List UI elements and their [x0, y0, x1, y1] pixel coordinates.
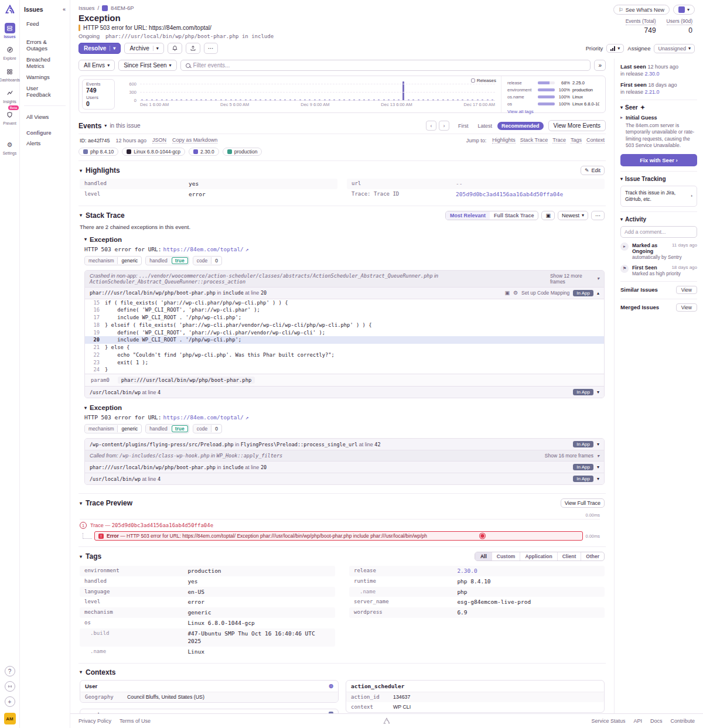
comment-input[interactable] [620, 226, 697, 238]
stack-view-option[interactable]: Full Stack Trace [490, 211, 538, 220]
sidenav-item-all-views[interactable]: All Views [24, 112, 66, 122]
tag-row[interactable]: server_name esg-g84emcom-live-prod [349, 597, 605, 607]
tag-row[interactable]: .name php [349, 587, 605, 597]
trace-root-row[interactable]: 1 Trace — 205d9d0bc3ad4156aa16ab4d50ffa0… [80, 519, 600, 531]
sidenav-view-item[interactable]: Warnings [24, 72, 66, 82]
subscribe-bell-button[interactable] [168, 43, 182, 54]
chevron-down-icon[interactable]: ▾ [80, 669, 82, 675]
graph-stat[interactable]: Users 0 [86, 95, 111, 107]
last-seen-release-link[interactable]: 2.30.0 [645, 71, 660, 77]
exception-url-link[interactable]: https://84em.com/toptal/ [163, 414, 244, 421]
footer-link[interactable]: API [633, 718, 642, 724]
chevron-down-icon[interactable]: ▾ [80, 554, 82, 559]
tag-row[interactable]: mechanism generic [80, 607, 335, 618]
broadcast-button[interactable] [5, 681, 15, 692]
archive-dropdown-icon[interactable]: ▾ [153, 46, 159, 51]
facet-row[interactable]: release 68% 2.25.0 [507, 80, 599, 86]
rail-item-explore[interactable]: Explore [0, 42, 19, 63]
jump-link[interactable]: Highlights [492, 137, 516, 143]
show-more-frames-link[interactable]: Show 16 more frames [545, 453, 593, 459]
chevron-down-icon[interactable]: ▾ [104, 123, 107, 128]
exception-url-link[interactable]: https://84em.com/toptal/ [163, 246, 244, 252]
in-app-toggle[interactable]: In App [573, 389, 593, 395]
sidenav-view-item[interactable]: User Feedback [24, 83, 66, 100]
jump-link[interactable]: Stack Trace [520, 137, 548, 143]
track-issue-card[interactable]: Track this issue in Jira, GitHub, etc. › [620, 186, 697, 207]
in-app-toggle[interactable]: In App [573, 290, 593, 296]
external-link-icon[interactable]: ↗ [245, 246, 249, 252]
tag-row[interactable]: handled yes [80, 576, 335, 587]
tag-row[interactable]: .build #47-Ubuntu SMP Thu Oct 16 16:40:4… [80, 628, 335, 647]
chevron-down-icon[interactable]: ▾ [620, 105, 623, 110]
rail-item-dashboards[interactable]: Dashboards [0, 63, 19, 85]
chevron-down-icon[interactable]: ▾ [84, 405, 87, 411]
chevron-down-icon[interactable]: ▾ [84, 237, 87, 242]
sidenav-item-feed[interactable]: Feed [24, 19, 66, 29]
tag-row[interactable]: runtime php 8.4.10 [349, 576, 605, 587]
whats-new-button[interactable]: ⚐ See What's New [613, 5, 670, 15]
env-filter-select[interactable]: All Envs▾ [79, 60, 115, 71]
tag-filter-tab[interactable]: Client [557, 552, 581, 560]
stack-frame-row[interactable]: /usr/local/bin/wp at line 4 In App ▾ [85, 386, 604, 398]
share-button[interactable] [186, 43, 200, 54]
rail-item-insights[interactable]: Insights [0, 85, 19, 107]
resolve-button[interactable]: Resolve ▾ [79, 43, 121, 54]
similar-issues-view-button[interactable]: View [676, 286, 697, 294]
view-full-trace-button[interactable]: View Full Trace [561, 498, 605, 508]
tag-row[interactable]: level error [80, 597, 335, 607]
tag-filter-tab[interactable]: Other [581, 552, 604, 560]
tag-row[interactable]: .name Linux [80, 647, 335, 657]
sentry-logo[interactable] [4, 4, 16, 15]
stack-more-options-button[interactable]: ⋯ [591, 211, 605, 220]
stack-frame-row[interactable]: /usr/local/bin/wp at line 4 In App ▾ [85, 473, 604, 484]
show-more-frames-link[interactable]: Show 12 more frames [550, 273, 593, 285]
tag-row[interactable]: release 2.30.0 [349, 566, 605, 576]
sort-newest-select[interactable]: Newest ▾ [558, 211, 588, 220]
event-tag-pill-environment[interactable]: production [223, 148, 262, 156]
view-more-events-button[interactable]: View More Events [548, 120, 606, 131]
trace-error-span[interactable]: ! Error — HTTP 503 error for URL: https:… [94, 531, 583, 541]
chevron-down-icon[interactable]: ▾ [597, 476, 599, 481]
event-nav-tab[interactable]: Latest [474, 122, 497, 130]
first-seen-release-link[interactable]: 2.21.0 [645, 89, 660, 95]
collapse-panel-button[interactable]: » [594, 60, 606, 71]
rail-item-prevent[interactable]: Beta Prevent [0, 107, 19, 128]
thread-state-button[interactable]: ▣ [541, 211, 555, 220]
tag-filter-tab[interactable]: Custom [492, 552, 520, 560]
tag-filter-tab[interactable]: Application [520, 552, 557, 560]
chevron-down-icon[interactable]: ▾ [80, 213, 82, 218]
crashed-frame-row[interactable]: Crashed in non-app: .../vendor/woocommer… [85, 271, 604, 287]
tag-row[interactable]: environment production [80, 566, 335, 576]
chevron-down-icon[interactable]: ▾ [80, 501, 82, 506]
fix-with-seer-button[interactable]: Fix with Seer › [620, 154, 697, 166]
priority-select[interactable]: ▾ [606, 44, 624, 53]
event-tag-pill-release[interactable]: 2.30.0 [189, 148, 219, 156]
event-nav-tab[interactable]: Recommended [497, 122, 544, 130]
footer-link[interactable]: Contribute [670, 718, 695, 724]
chevron-down-icon[interactable]: ▾ [620, 217, 623, 222]
chevron-down-icon[interactable]: ▾ [597, 442, 599, 447]
merged-issues-view-button[interactable]: View [676, 303, 697, 312]
chevron-down-icon[interactable]: ▾ [597, 464, 599, 470]
chevron-down-icon[interactable]: ▾ [620, 176, 623, 182]
next-event-button[interactable]: › [439, 121, 449, 131]
jump-link[interactable]: Tags [571, 137, 582, 143]
footer-link[interactable]: Privacy Policy [79, 718, 111, 724]
external-link-icon[interactable]: ↗ [245, 414, 249, 421]
rail-item-issues[interactable]: Issues [0, 20, 19, 42]
user-menu-button[interactable]: ▾ [673, 5, 695, 15]
breadcrumb-short-id[interactable]: 84EM-6P [111, 5, 134, 11]
chevron-down-icon[interactable]: ▾ [597, 389, 599, 395]
tag-row[interactable]: language en-US [80, 587, 335, 597]
sidenav-view-item[interactable]: Errors & Outages [24, 37, 66, 53]
jump-link[interactable]: Context [586, 137, 605, 143]
stack-view-option[interactable]: Most Relevant [446, 211, 490, 220]
jump-link[interactable]: Trace [552, 137, 566, 143]
footer-link[interactable]: Service Status [591, 718, 625, 724]
search-input[interactable] [193, 62, 586, 69]
stack-frame-row[interactable]: phar:///usr/local/bin/wp/php/boot-phar.p… [85, 287, 604, 299]
event-nav-tab[interactable]: First [454, 122, 473, 130]
copy-icon[interactable]: ▣ [504, 290, 510, 296]
breadcrumb-issues-link[interactable]: Issues [79, 5, 94, 11]
tag-row[interactable]: os Linux 6.8.0-1044-gcp [80, 618, 335, 628]
